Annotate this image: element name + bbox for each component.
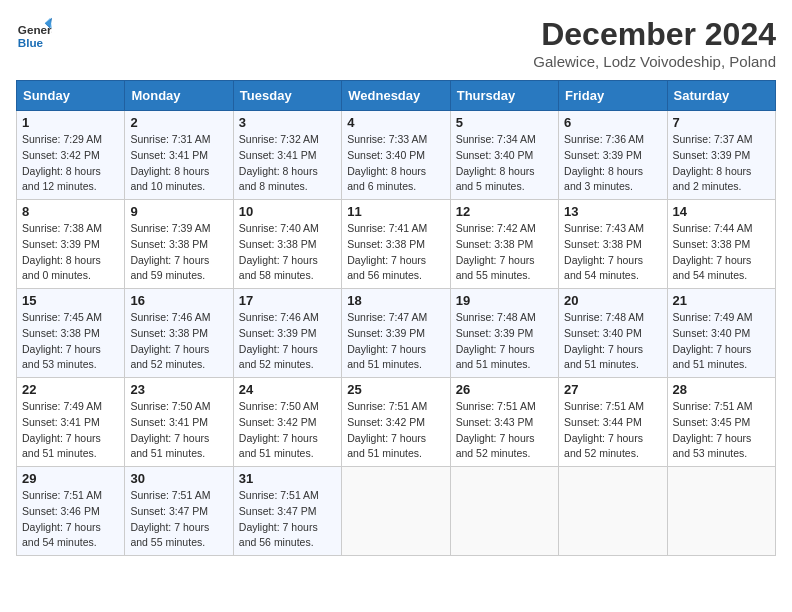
week-row-2: 8Sunrise: 7:38 AMSunset: 3:39 PMDaylight… bbox=[17, 200, 776, 289]
day-info: Sunrise: 7:37 AMSunset: 3:39 PMDaylight:… bbox=[673, 132, 770, 195]
day-cell: 12Sunrise: 7:42 AMSunset: 3:38 PMDayligh… bbox=[450, 200, 558, 289]
logo: General Blue bbox=[16, 16, 52, 52]
day-info: Sunrise: 7:31 AMSunset: 3:41 PMDaylight:… bbox=[130, 132, 227, 195]
day-number: 1 bbox=[22, 115, 119, 130]
day-info: Sunrise: 7:51 AMSunset: 3:47 PMDaylight:… bbox=[239, 488, 336, 551]
day-info: Sunrise: 7:48 AMSunset: 3:39 PMDaylight:… bbox=[456, 310, 553, 373]
day-cell: 29Sunrise: 7:51 AMSunset: 3:46 PMDayligh… bbox=[17, 467, 125, 556]
day-cell: 11Sunrise: 7:41 AMSunset: 3:38 PMDayligh… bbox=[342, 200, 450, 289]
week-row-3: 15Sunrise: 7:45 AMSunset: 3:38 PMDayligh… bbox=[17, 289, 776, 378]
day-info: Sunrise: 7:33 AMSunset: 3:40 PMDaylight:… bbox=[347, 132, 444, 195]
calendar-table: SundayMondayTuesdayWednesdayThursdayFrid… bbox=[16, 80, 776, 556]
day-cell: 14Sunrise: 7:44 AMSunset: 3:38 PMDayligh… bbox=[667, 200, 775, 289]
day-cell: 6Sunrise: 7:36 AMSunset: 3:39 PMDaylight… bbox=[559, 111, 667, 200]
day-info: Sunrise: 7:40 AMSunset: 3:38 PMDaylight:… bbox=[239, 221, 336, 284]
day-number: 17 bbox=[239, 293, 336, 308]
logo-icon: General Blue bbox=[16, 16, 52, 52]
day-number: 30 bbox=[130, 471, 227, 486]
day-cell: 22Sunrise: 7:49 AMSunset: 3:41 PMDayligh… bbox=[17, 378, 125, 467]
day-number: 25 bbox=[347, 382, 444, 397]
week-row-5: 29Sunrise: 7:51 AMSunset: 3:46 PMDayligh… bbox=[17, 467, 776, 556]
day-info: Sunrise: 7:36 AMSunset: 3:39 PMDaylight:… bbox=[564, 132, 661, 195]
day-number: 12 bbox=[456, 204, 553, 219]
day-number: 20 bbox=[564, 293, 661, 308]
day-cell: 27Sunrise: 7:51 AMSunset: 3:44 PMDayligh… bbox=[559, 378, 667, 467]
day-number: 15 bbox=[22, 293, 119, 308]
day-cell: 1Sunrise: 7:29 AMSunset: 3:42 PMDaylight… bbox=[17, 111, 125, 200]
header-wednesday: Wednesday bbox=[342, 81, 450, 111]
day-info: Sunrise: 7:38 AMSunset: 3:39 PMDaylight:… bbox=[22, 221, 119, 284]
day-cell: 28Sunrise: 7:51 AMSunset: 3:45 PMDayligh… bbox=[667, 378, 775, 467]
day-number: 3 bbox=[239, 115, 336, 130]
day-info: Sunrise: 7:49 AMSunset: 3:41 PMDaylight:… bbox=[22, 399, 119, 462]
week-row-4: 22Sunrise: 7:49 AMSunset: 3:41 PMDayligh… bbox=[17, 378, 776, 467]
day-number: 9 bbox=[130, 204, 227, 219]
title-area: December 2024 Galewice, Lodz Voivodeship… bbox=[533, 16, 776, 70]
subtitle: Galewice, Lodz Voivodeship, Poland bbox=[533, 53, 776, 70]
day-cell: 10Sunrise: 7:40 AMSunset: 3:38 PMDayligh… bbox=[233, 200, 341, 289]
day-cell bbox=[667, 467, 775, 556]
day-info: Sunrise: 7:41 AMSunset: 3:38 PMDaylight:… bbox=[347, 221, 444, 284]
day-number: 13 bbox=[564, 204, 661, 219]
day-info: Sunrise: 7:50 AMSunset: 3:41 PMDaylight:… bbox=[130, 399, 227, 462]
day-info: Sunrise: 7:46 AMSunset: 3:38 PMDaylight:… bbox=[130, 310, 227, 373]
day-cell: 15Sunrise: 7:45 AMSunset: 3:38 PMDayligh… bbox=[17, 289, 125, 378]
day-info: Sunrise: 7:51 AMSunset: 3:43 PMDaylight:… bbox=[456, 399, 553, 462]
main-title: December 2024 bbox=[533, 16, 776, 53]
calendar-body: 1Sunrise: 7:29 AMSunset: 3:42 PMDaylight… bbox=[17, 111, 776, 556]
day-number: 26 bbox=[456, 382, 553, 397]
day-number: 16 bbox=[130, 293, 227, 308]
day-cell: 26Sunrise: 7:51 AMSunset: 3:43 PMDayligh… bbox=[450, 378, 558, 467]
day-number: 11 bbox=[347, 204, 444, 219]
day-cell bbox=[559, 467, 667, 556]
day-info: Sunrise: 7:51 AMSunset: 3:45 PMDaylight:… bbox=[673, 399, 770, 462]
day-info: Sunrise: 7:49 AMSunset: 3:40 PMDaylight:… bbox=[673, 310, 770, 373]
day-cell: 17Sunrise: 7:46 AMSunset: 3:39 PMDayligh… bbox=[233, 289, 341, 378]
day-info: Sunrise: 7:32 AMSunset: 3:41 PMDaylight:… bbox=[239, 132, 336, 195]
header-friday: Friday bbox=[559, 81, 667, 111]
day-cell: 21Sunrise: 7:49 AMSunset: 3:40 PMDayligh… bbox=[667, 289, 775, 378]
day-info: Sunrise: 7:48 AMSunset: 3:40 PMDaylight:… bbox=[564, 310, 661, 373]
day-number: 28 bbox=[673, 382, 770, 397]
day-info: Sunrise: 7:51 AMSunset: 3:42 PMDaylight:… bbox=[347, 399, 444, 462]
week-row-1: 1Sunrise: 7:29 AMSunset: 3:42 PMDaylight… bbox=[17, 111, 776, 200]
day-info: Sunrise: 7:42 AMSunset: 3:38 PMDaylight:… bbox=[456, 221, 553, 284]
day-info: Sunrise: 7:39 AMSunset: 3:38 PMDaylight:… bbox=[130, 221, 227, 284]
day-cell: 3Sunrise: 7:32 AMSunset: 3:41 PMDaylight… bbox=[233, 111, 341, 200]
day-cell: 19Sunrise: 7:48 AMSunset: 3:39 PMDayligh… bbox=[450, 289, 558, 378]
calendar-header: SundayMondayTuesdayWednesdayThursdayFrid… bbox=[17, 81, 776, 111]
day-number: 22 bbox=[22, 382, 119, 397]
day-number: 24 bbox=[239, 382, 336, 397]
day-number: 4 bbox=[347, 115, 444, 130]
day-info: Sunrise: 7:44 AMSunset: 3:38 PMDaylight:… bbox=[673, 221, 770, 284]
day-cell: 5Sunrise: 7:34 AMSunset: 3:40 PMDaylight… bbox=[450, 111, 558, 200]
day-cell: 16Sunrise: 7:46 AMSunset: 3:38 PMDayligh… bbox=[125, 289, 233, 378]
day-info: Sunrise: 7:50 AMSunset: 3:42 PMDaylight:… bbox=[239, 399, 336, 462]
day-number: 5 bbox=[456, 115, 553, 130]
days-of-week-row: SundayMondayTuesdayWednesdayThursdayFrid… bbox=[17, 81, 776, 111]
header-saturday: Saturday bbox=[667, 81, 775, 111]
day-number: 23 bbox=[130, 382, 227, 397]
svg-text:Blue: Blue bbox=[18, 36, 44, 49]
day-number: 10 bbox=[239, 204, 336, 219]
day-info: Sunrise: 7:47 AMSunset: 3:39 PMDaylight:… bbox=[347, 310, 444, 373]
day-number: 6 bbox=[564, 115, 661, 130]
day-cell: 30Sunrise: 7:51 AMSunset: 3:47 PMDayligh… bbox=[125, 467, 233, 556]
page-header: General Blue December 2024 Galewice, Lod… bbox=[16, 16, 776, 70]
day-cell: 7Sunrise: 7:37 AMSunset: 3:39 PMDaylight… bbox=[667, 111, 775, 200]
day-info: Sunrise: 7:43 AMSunset: 3:38 PMDaylight:… bbox=[564, 221, 661, 284]
day-cell: 2Sunrise: 7:31 AMSunset: 3:41 PMDaylight… bbox=[125, 111, 233, 200]
day-cell: 20Sunrise: 7:48 AMSunset: 3:40 PMDayligh… bbox=[559, 289, 667, 378]
header-monday: Monday bbox=[125, 81, 233, 111]
day-number: 7 bbox=[673, 115, 770, 130]
day-number: 21 bbox=[673, 293, 770, 308]
day-cell: 8Sunrise: 7:38 AMSunset: 3:39 PMDaylight… bbox=[17, 200, 125, 289]
day-info: Sunrise: 7:46 AMSunset: 3:39 PMDaylight:… bbox=[239, 310, 336, 373]
day-info: Sunrise: 7:34 AMSunset: 3:40 PMDaylight:… bbox=[456, 132, 553, 195]
day-cell: 13Sunrise: 7:43 AMSunset: 3:38 PMDayligh… bbox=[559, 200, 667, 289]
day-number: 8 bbox=[22, 204, 119, 219]
day-cell: 23Sunrise: 7:50 AMSunset: 3:41 PMDayligh… bbox=[125, 378, 233, 467]
day-info: Sunrise: 7:51 AMSunset: 3:46 PMDaylight:… bbox=[22, 488, 119, 551]
day-number: 19 bbox=[456, 293, 553, 308]
day-cell bbox=[342, 467, 450, 556]
